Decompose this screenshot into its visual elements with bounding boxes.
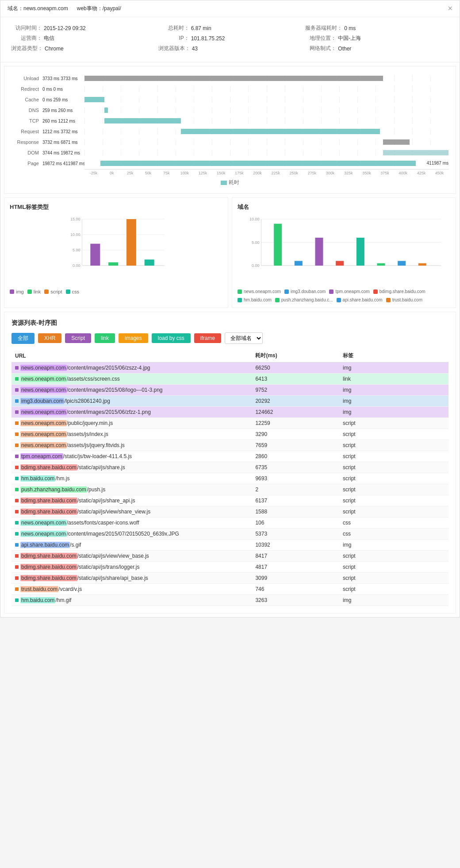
table-row: trust.baidu.com/vcard/v.js 746 script [12, 584, 448, 595]
wf-axis-label: 0k [103, 171, 121, 175]
url-text: push.zhanzhang.baidu.com/push.js [20, 486, 105, 493]
wf-row-label: Request [12, 129, 42, 134]
server-time-value: 0 ms [344, 25, 356, 31]
table-row: bdimg.share.baidu.com/static/api/js/view… [12, 551, 448, 562]
wf-row-values: 260 ms 1212 ms [42, 119, 84, 123]
filter-btn-全部[interactable]: 全部 [12, 333, 34, 344]
filter-btn-Script[interactable]: Script [65, 333, 91, 343]
url-indicator [15, 499, 19, 502]
wf-bar-area [84, 107, 448, 113]
time-cell: 2 [252, 484, 339, 495]
url-indicator [15, 466, 19, 469]
url-text: news.oneapm.com/assets/css/screen.css [20, 376, 120, 382]
tag-cell: script [339, 473, 448, 484]
wf-row-label: Redirect [12, 86, 42, 92]
url-indicator [15, 432, 19, 436]
waterfall-legend-color [221, 181, 227, 185]
url-domain-highlight: bdimg.share.baidu.com [20, 464, 77, 471]
url-text: hm.baidu.com/hm.js [20, 475, 69, 482]
table-row: news.oneapm.com/public/jquery.min.js 122… [12, 418, 448, 429]
url-indicator [15, 377, 19, 381]
filter-btn-load by css[interactable]: load by css [152, 333, 191, 343]
url-cell: news.oneapm.com/content/images/2015/08/l… [12, 385, 252, 396]
wf-row-values: 19872 ms 411987 ms [42, 161, 84, 166]
url-cell: news.oneapm.com/assets/css/screen.css [12, 374, 252, 385]
operator-value: 电信 [44, 35, 54, 42]
url-indicator [15, 488, 19, 491]
wf-axis-label: 75k [157, 171, 176, 175]
url-indicator [15, 587, 19, 591]
url-cell: bdimg.share.baidu.com/static/api/js/shar… [12, 495, 252, 506]
ip-label: IP： [158, 35, 189, 42]
filter-btn-images[interactable]: images [119, 333, 148, 343]
wf-axis-label: 300k [321, 171, 339, 175]
url-indicator [15, 543, 19, 547]
tag-cell: script [339, 573, 448, 584]
svg-text:0.00: 0.00 [252, 263, 260, 268]
domain-legend-item: bdimg.share.baidu.com [373, 289, 426, 294]
wf-axis-label: 50k [139, 171, 157, 175]
browser-type-value: Chrome [45, 46, 64, 52]
wf-axis-label: 400k [394, 171, 412, 175]
url-text: bdimg.share.baidu.com/static/api/js/shar… [20, 498, 135, 504]
url-indicator [15, 388, 19, 392]
wf-bar-response [383, 139, 410, 145]
wf-axis-label: 250k [285, 171, 303, 175]
url-indicator [15, 532, 19, 536]
resource-tbody: news.oneapm.com/content/images/2015/06/z… [12, 363, 448, 606]
page-header: 域名：news.oneapm.com web事物：/paypal/ × [0, 0, 460, 17]
html-legend-item: css [66, 289, 80, 294]
table-row: news.oneapm.com/assets/css/screen.css 64… [12, 374, 448, 385]
tag-cell: img [339, 396, 448, 407]
url-indicator [15, 565, 19, 569]
url-cell: news.oneapm.com/public/jquery.min.js [12, 418, 252, 429]
tag-cell: script [339, 451, 448, 462]
url-cell: news.oneapm.com/assets/js/index.js [12, 429, 252, 440]
url-cell: news.oneapm.com/content/images/2015/06/z… [12, 363, 252, 374]
tag-cell: link [339, 374, 448, 385]
operator-label: 运营商： [11, 35, 42, 42]
table-row: news.oneapm.com/content/images/2015/08/l… [12, 385, 448, 396]
url-indicator [15, 455, 19, 458]
url-text: news.oneapm.com/assets/js/index.js [20, 431, 108, 437]
table-row: bdimg.share.baidu.com/static/api/js/tran… [12, 562, 448, 573]
event-label: web事物：/paypal/ [77, 5, 121, 12]
domain-filter-select[interactable]: 全部域名 [225, 332, 263, 344]
wf-bar-page [100, 161, 416, 166]
wf-axis-label: 275k [303, 171, 321, 175]
browser-ver-label: 浏览器版本： [158, 45, 190, 52]
url-cell: bdimg.share.baidu.com/static/api/js/view… [12, 551, 252, 562]
html-legend-item: img [10, 289, 24, 294]
network-label: 网络制式： [305, 45, 336, 52]
domain-label: 域名：news.oneapm.com [8, 5, 68, 12]
filter-btn-iframe[interactable]: iframe [194, 333, 221, 343]
url-indicator [15, 477, 19, 480]
wf-axis-label: 25k [121, 171, 139, 175]
location-label: 地理位置： [305, 35, 336, 42]
table-row: news.oneapm.com/assets/js/index.js 3290 … [12, 429, 448, 440]
filter-btn-XHR[interactable]: XHR [38, 333, 61, 343]
wf-axis-label: 150k [212, 171, 230, 175]
time-cell: 10392 [252, 540, 339, 551]
tag-cell: css [339, 529, 448, 540]
time-cell: 6735 [252, 462, 339, 473]
url-cell: news.oneapm.com/content/images/2015/06/z… [12, 407, 252, 418]
close-icon[interactable]: × [448, 4, 452, 13]
url-text: tpm.oneapm.com/static/js/bw-loader-411.4… [20, 453, 132, 459]
url-domain-highlight: tpm.oneapm.com [20, 453, 63, 459]
wf-row-values: 3732 ms 6871 ms [42, 140, 84, 145]
svg-text:5.00: 5.00 [252, 240, 260, 245]
url-domain-highlight: bdimg.share.baidu.com [20, 509, 77, 515]
url-domain-highlight: news.oneapm.com [20, 376, 67, 382]
url-text: bdimg.share.baidu.com/static/api/js/tran… [20, 564, 139, 570]
wf-bar-request [181, 129, 380, 134]
svg-text:15.00: 15.00 [70, 217, 80, 221]
time-cell: 4817 [252, 562, 339, 573]
filter-btn-link[interactable]: link [95, 333, 115, 343]
url-text: news.oneapm.com/assets/fonts/casper-icon… [20, 520, 139, 526]
info-section: 访问时间： 2015-12-29 09:32 运营商： 电信 浏览器类型： Ch… [0, 17, 460, 62]
browser-type-label: 浏览器类型： [11, 45, 43, 52]
url-cell: bdimg.share.baidu.com/static/api/js/shar… [12, 462, 252, 473]
server-time-label: 服务器端耗时： [305, 24, 342, 32]
wf-bar-area [84, 86, 448, 92]
